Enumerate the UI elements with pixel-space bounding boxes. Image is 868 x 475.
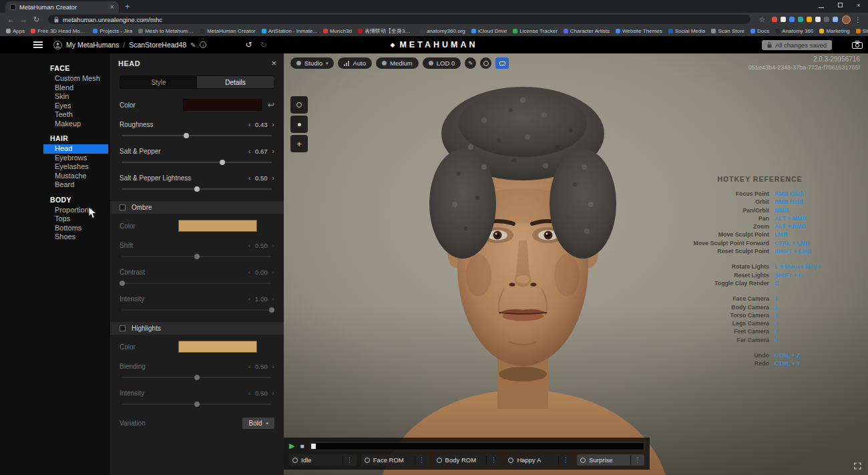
extension-icon[interactable]	[789, 17, 795, 22]
sculpt-dot-tool-button[interactable]	[290, 116, 308, 133]
bookmark-item[interactable]: Marketing	[819, 28, 849, 34]
preview-screen-button[interactable]	[495, 57, 509, 69]
animation-clip-button[interactable]: Happy A ⋮	[505, 454, 572, 466]
bookmark-item[interactable]: Stuff to post	[856, 28, 868, 34]
slider-track[interactable]	[122, 186, 272, 192]
increment-icon[interactable]: ›	[272, 174, 274, 182]
stop-icon[interactable]: ■	[300, 443, 304, 450]
increment-icon[interactable]: ›	[272, 389, 274, 397]
slider-value[interactable]: 0.67	[252, 148, 270, 155]
rename-icon[interactable]: ✎	[190, 41, 196, 49]
nav-item[interactable]: Eyelashes	[0, 162, 110, 172]
play-icon[interactable]: ▶	[289, 442, 294, 450]
decrement-icon[interactable]: ‹	[248, 269, 251, 276]
color-swatch[interactable]	[178, 220, 257, 232]
bookmark-item[interactable]: Character Artists	[564, 28, 610, 34]
decrement-icon[interactable]: ‹	[248, 389, 251, 397]
quality-button[interactable]: Medium	[376, 57, 419, 69]
extension-icon[interactable]	[824, 17, 829, 22]
color-swatch[interactable]	[178, 341, 257, 353]
nav-item[interactable]: Eyebrows	[0, 154, 110, 163]
environment-button[interactable]: Studio ▾	[290, 57, 334, 69]
bookmark-star-icon[interactable]: ☆	[756, 15, 768, 24]
window-close-button[interactable]: ×	[849, 0, 868, 10]
slider-handle[interactable]	[194, 402, 200, 407]
bookmark-item[interactable]: MetaHuman Creator	[200, 28, 255, 34]
bookmark-item[interactable]: Projects - Jira	[93, 28, 132, 34]
slider-value[interactable]: 0.50	[252, 363, 270, 370]
bookmark-item[interactable]: iCloud Drive	[471, 28, 507, 34]
animation-clip-button[interactable]: Surprise ⋮	[577, 454, 644, 466]
decrement-icon[interactable]: ‹	[248, 174, 251, 182]
nav-item[interactable]: Makeup	[0, 120, 110, 129]
reset-icon[interactable]: ↩	[268, 101, 274, 109]
bookmark-item[interactable]: Munch3d	[323, 28, 352, 34]
slider-track[interactable]	[122, 160, 272, 165]
kebab-menu-icon[interactable]: ⋮	[558, 455, 569, 465]
back-icon[interactable]: ←	[5, 15, 17, 23]
decrement-icon[interactable]: ‹	[248, 242, 251, 249]
bookmark-item[interactable]: ArtStation - Inmate...	[262, 28, 317, 34]
slider-handle[interactable]	[194, 186, 200, 192]
animation-clip-button[interactable]: Body ROM ⋮	[433, 454, 501, 466]
color-swatch[interactable]	[183, 99, 262, 111]
hamburger-menu-icon[interactable]	[33, 41, 43, 48]
slider-track[interactable]	[122, 133, 272, 138]
kebab-menu-icon[interactable]: ⋮	[486, 455, 497, 465]
slider-handle[interactable]	[194, 375, 200, 380]
nav-item[interactable]: Beard	[0, 180, 110, 190]
nav-item[interactable]: Proportions	[0, 206, 110, 215]
nav-item[interactable]: Teeth	[0, 110, 110, 120]
sculpt-view-button[interactable]	[480, 57, 491, 69]
slider-handle[interactable]	[194, 254, 200, 259]
nav-item[interactable]: Eyes	[0, 102, 110, 111]
increment-icon[interactable]: ›	[272, 148, 274, 155]
lod-button[interactable]: LOD 0	[423, 57, 461, 69]
variation-dropdown[interactable]: Bold ▾	[242, 418, 274, 429]
bookmark-item[interactable]: Docs	[750, 28, 769, 34]
brush-tool-button[interactable]: ✎	[465, 57, 476, 69]
bookmark-item[interactable]: License Tracker	[513, 28, 557, 34]
tab-details[interactable]: Details	[197, 76, 274, 88]
bookmark-item[interactable]: anatomy360.org	[420, 28, 465, 34]
undo-icon[interactable]: ↺	[245, 40, 252, 49]
animation-clip-button[interactable]: Idle ⋮	[289, 454, 357, 466]
nav-item[interactable]: Tops	[0, 214, 110, 224]
reload-icon[interactable]: ↻	[31, 15, 42, 24]
kebab-menu-icon[interactable]: ⋮	[343, 455, 353, 465]
slider-track[interactable]	[122, 375, 272, 380]
profile-avatar[interactable]	[842, 15, 851, 24]
extension-icon[interactable]	[772, 17, 777, 22]
browser-tab[interactable]: MetaHuman Creator ×	[5, 1, 119, 13]
section-checkbox[interactable]	[120, 325, 126, 331]
nav-item[interactable]: Head	[43, 144, 108, 154]
scrubber-handle[interactable]	[311, 444, 316, 449]
nav-item[interactable]: Skin	[0, 92, 110, 102]
extension-icon[interactable]	[807, 17, 812, 22]
extension-icon[interactable]	[798, 17, 803, 22]
extension-icon[interactable]	[833, 17, 838, 22]
slider-value[interactable]: 0.50	[252, 389, 270, 397]
extension-icon[interactable]	[815, 17, 821, 22]
url-bar[interactable]: metahuman.unrealengine.com/mhc	[48, 15, 750, 24]
slider-value[interactable]: 0.50	[252, 174, 270, 182]
slider-value[interactable]: 0.50	[252, 242, 270, 249]
increment-icon[interactable]: ›	[272, 242, 274, 249]
screenshot-camera-button[interactable]	[852, 41, 863, 49]
extension-icon[interactable]	[781, 17, 786, 22]
sculpt-point-tool-button[interactable]	[290, 96, 308, 114]
slider-handle[interactable]	[184, 133, 189, 138]
bookmark-item[interactable]: Website Themes	[616, 28, 662, 34]
window-maximize-button[interactable]	[831, 0, 849, 10]
add-sculpt-point-button[interactable]: +	[290, 135, 308, 152]
slider-track[interactable]	[122, 402, 272, 407]
bookmark-item[interactable]: Scan Store	[711, 28, 744, 34]
bookmark-item[interactable]: 表情联动【全身3D进...	[358, 27, 414, 35]
animation-clip-button[interactable]: Face ROM ⋮	[361, 454, 429, 466]
increment-icon[interactable]: ›	[272, 269, 274, 276]
bookmark-item[interactable]: Mesh to Metahuma...	[138, 28, 194, 34]
auto-lod-button[interactable]: Auto	[338, 57, 372, 69]
slider-value[interactable]: 0.43	[252, 121, 270, 128]
bookmark-item[interactable]: Social Media	[668, 28, 706, 34]
panel-close-icon[interactable]: ×	[271, 59, 276, 67]
